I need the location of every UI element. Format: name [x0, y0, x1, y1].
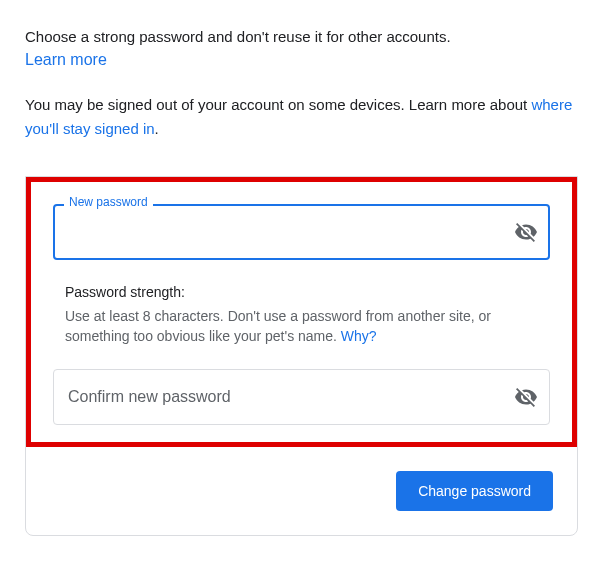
learn-more-link[interactable]: Learn more [25, 51, 107, 68]
new-password-label: New password [64, 195, 153, 209]
visibility-off-icon[interactable] [514, 220, 538, 244]
highlighted-region: New password Password strength: Use at l… [26, 177, 577, 447]
password-card: New password Password strength: Use at l… [25, 176, 578, 536]
password-strength-desc: Use at least 8 characters. Don't use a p… [65, 306, 538, 347]
signed-out-prefix: You may be signed out of your account on… [25, 96, 531, 113]
intro-text: Choose a strong password and don't reuse… [25, 25, 578, 49]
new-password-input[interactable] [53, 204, 550, 260]
password-strength-title: Password strength: [65, 284, 538, 300]
strength-desc-text: Use at least 8 characters. Don't use a p… [65, 308, 491, 344]
password-strength-section: Password strength: Use at least 8 charac… [53, 262, 550, 369]
signed-out-text: You may be signed out of your account on… [25, 93, 578, 141]
why-link[interactable]: Why? [341, 328, 377, 344]
new-password-field-wrapper: New password [53, 204, 550, 260]
button-row: Change password [26, 447, 577, 535]
confirm-password-input[interactable] [53, 369, 550, 425]
change-password-button[interactable]: Change password [396, 471, 553, 511]
confirm-password-field-wrapper [53, 369, 550, 425]
period: . [155, 120, 159, 137]
visibility-off-icon[interactable] [514, 385, 538, 409]
